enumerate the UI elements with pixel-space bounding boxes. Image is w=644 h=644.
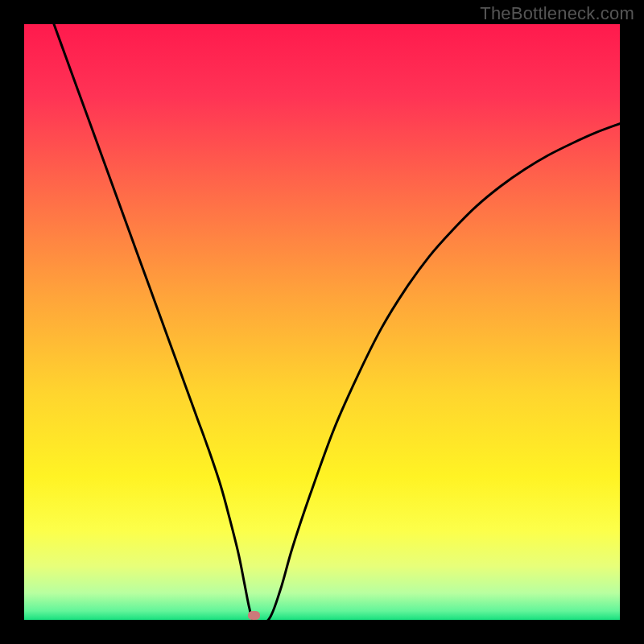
bottleneck-curve: [54, 24, 620, 620]
plot-area: [24, 24, 620, 620]
curve-layer: [24, 24, 620, 620]
minimum-marker: [248, 611, 260, 620]
watermark-text: TheBottleneck.com: [480, 3, 634, 24]
chart-frame: TheBottleneck.com: [0, 0, 644, 644]
